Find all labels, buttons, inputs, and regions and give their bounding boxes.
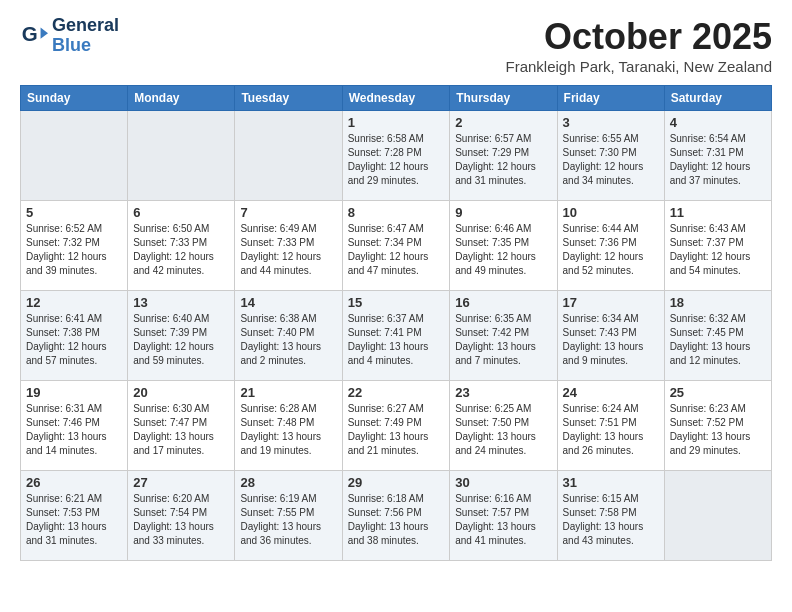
day-number: 25 — [670, 385, 766, 400]
day-info: Sunrise: 6:31 AM Sunset: 7:46 PM Dayligh… — [26, 402, 122, 458]
calendar-week-row: 5Sunrise: 6:52 AM Sunset: 7:32 PM Daylig… — [21, 201, 772, 291]
day-number: 2 — [455, 115, 551, 130]
day-info: Sunrise: 6:38 AM Sunset: 7:40 PM Dayligh… — [240, 312, 336, 368]
day-number: 29 — [348, 475, 445, 490]
day-number: 11 — [670, 205, 766, 220]
weekday-header-row: SundayMondayTuesdayWednesdayThursdayFrid… — [21, 86, 772, 111]
calendar-day-cell: 10Sunrise: 6:44 AM Sunset: 7:36 PM Dayli… — [557, 201, 664, 291]
day-info: Sunrise: 6:32 AM Sunset: 7:45 PM Dayligh… — [670, 312, 766, 368]
day-number: 28 — [240, 475, 336, 490]
calendar-day-cell — [664, 471, 771, 561]
day-number: 24 — [563, 385, 659, 400]
calendar-week-row: 26Sunrise: 6:21 AM Sunset: 7:53 PM Dayli… — [21, 471, 772, 561]
page-header: G General Blue October 2025 Frankleigh P… — [20, 16, 772, 75]
calendar-day-cell: 19Sunrise: 6:31 AM Sunset: 7:46 PM Dayli… — [21, 381, 128, 471]
calendar-table: SundayMondayTuesdayWednesdayThursdayFrid… — [20, 85, 772, 561]
calendar-day-cell: 25Sunrise: 6:23 AM Sunset: 7:52 PM Dayli… — [664, 381, 771, 471]
calendar-day-cell: 7Sunrise: 6:49 AM Sunset: 7:33 PM Daylig… — [235, 201, 342, 291]
day-info: Sunrise: 6:19 AM Sunset: 7:55 PM Dayligh… — [240, 492, 336, 548]
day-info: Sunrise: 6:47 AM Sunset: 7:34 PM Dayligh… — [348, 222, 445, 278]
weekday-header-sunday: Sunday — [21, 86, 128, 111]
calendar-week-row: 12Sunrise: 6:41 AM Sunset: 7:38 PM Dayli… — [21, 291, 772, 381]
calendar-day-cell: 30Sunrise: 6:16 AM Sunset: 7:57 PM Dayli… — [450, 471, 557, 561]
day-number: 27 — [133, 475, 229, 490]
calendar-day-cell: 18Sunrise: 6:32 AM Sunset: 7:45 PM Dayli… — [664, 291, 771, 381]
day-number: 15 — [348, 295, 445, 310]
calendar-day-cell: 8Sunrise: 6:47 AM Sunset: 7:34 PM Daylig… — [342, 201, 450, 291]
weekday-header-wednesday: Wednesday — [342, 86, 450, 111]
day-info: Sunrise: 6:16 AM Sunset: 7:57 PM Dayligh… — [455, 492, 551, 548]
day-info: Sunrise: 6:40 AM Sunset: 7:39 PM Dayligh… — [133, 312, 229, 368]
calendar-day-cell: 26Sunrise: 6:21 AM Sunset: 7:53 PM Dayli… — [21, 471, 128, 561]
calendar-day-cell: 27Sunrise: 6:20 AM Sunset: 7:54 PM Dayli… — [128, 471, 235, 561]
day-info: Sunrise: 6:35 AM Sunset: 7:42 PM Dayligh… — [455, 312, 551, 368]
day-info: Sunrise: 6:50 AM Sunset: 7:33 PM Dayligh… — [133, 222, 229, 278]
calendar-day-cell: 23Sunrise: 6:25 AM Sunset: 7:50 PM Dayli… — [450, 381, 557, 471]
day-info: Sunrise: 6:57 AM Sunset: 7:29 PM Dayligh… — [455, 132, 551, 188]
day-number: 18 — [670, 295, 766, 310]
day-info: Sunrise: 6:43 AM Sunset: 7:37 PM Dayligh… — [670, 222, 766, 278]
day-number: 7 — [240, 205, 336, 220]
day-number: 26 — [26, 475, 122, 490]
calendar-day-cell: 31Sunrise: 6:15 AM Sunset: 7:58 PM Dayli… — [557, 471, 664, 561]
calendar-day-cell — [128, 111, 235, 201]
calendar-day-cell: 13Sunrise: 6:40 AM Sunset: 7:39 PM Dayli… — [128, 291, 235, 381]
day-info: Sunrise: 6:28 AM Sunset: 7:48 PM Dayligh… — [240, 402, 336, 458]
month-title: October 2025 — [505, 16, 772, 58]
day-number: 16 — [455, 295, 551, 310]
weekday-header-monday: Monday — [128, 86, 235, 111]
day-number: 19 — [26, 385, 122, 400]
calendar-day-cell: 11Sunrise: 6:43 AM Sunset: 7:37 PM Dayli… — [664, 201, 771, 291]
day-number: 13 — [133, 295, 229, 310]
svg-marker-1 — [41, 27, 48, 38]
day-info: Sunrise: 6:54 AM Sunset: 7:31 PM Dayligh… — [670, 132, 766, 188]
day-info: Sunrise: 6:58 AM Sunset: 7:28 PM Dayligh… — [348, 132, 445, 188]
day-info: Sunrise: 6:23 AM Sunset: 7:52 PM Dayligh… — [670, 402, 766, 458]
calendar-day-cell: 15Sunrise: 6:37 AM Sunset: 7:41 PM Dayli… — [342, 291, 450, 381]
svg-text:G: G — [22, 22, 38, 45]
day-info: Sunrise: 6:34 AM Sunset: 7:43 PM Dayligh… — [563, 312, 659, 368]
day-number: 3 — [563, 115, 659, 130]
day-number: 10 — [563, 205, 659, 220]
day-number: 8 — [348, 205, 445, 220]
calendar-day-cell: 4Sunrise: 6:54 AM Sunset: 7:31 PM Daylig… — [664, 111, 771, 201]
day-number: 1 — [348, 115, 445, 130]
day-number: 14 — [240, 295, 336, 310]
calendar-week-row: 1Sunrise: 6:58 AM Sunset: 7:28 PM Daylig… — [21, 111, 772, 201]
calendar-day-cell: 1Sunrise: 6:58 AM Sunset: 7:28 PM Daylig… — [342, 111, 450, 201]
day-info: Sunrise: 6:46 AM Sunset: 7:35 PM Dayligh… — [455, 222, 551, 278]
calendar-day-cell: 5Sunrise: 6:52 AM Sunset: 7:32 PM Daylig… — [21, 201, 128, 291]
day-info: Sunrise: 6:44 AM Sunset: 7:36 PM Dayligh… — [563, 222, 659, 278]
day-number: 4 — [670, 115, 766, 130]
logo-text: General Blue — [52, 16, 119, 56]
weekday-header-thursday: Thursday — [450, 86, 557, 111]
day-number: 12 — [26, 295, 122, 310]
calendar-day-cell: 2Sunrise: 6:57 AM Sunset: 7:29 PM Daylig… — [450, 111, 557, 201]
calendar-day-cell: 14Sunrise: 6:38 AM Sunset: 7:40 PM Dayli… — [235, 291, 342, 381]
calendar-day-cell — [235, 111, 342, 201]
location: Frankleigh Park, Taranaki, New Zealand — [505, 58, 772, 75]
day-info: Sunrise: 6:37 AM Sunset: 7:41 PM Dayligh… — [348, 312, 445, 368]
day-info: Sunrise: 6:49 AM Sunset: 7:33 PM Dayligh… — [240, 222, 336, 278]
day-info: Sunrise: 6:25 AM Sunset: 7:50 PM Dayligh… — [455, 402, 551, 458]
weekday-header-friday: Friday — [557, 86, 664, 111]
day-info: Sunrise: 6:18 AM Sunset: 7:56 PM Dayligh… — [348, 492, 445, 548]
day-number: 6 — [133, 205, 229, 220]
calendar-day-cell: 3Sunrise: 6:55 AM Sunset: 7:30 PM Daylig… — [557, 111, 664, 201]
day-number: 21 — [240, 385, 336, 400]
day-info: Sunrise: 6:21 AM Sunset: 7:53 PM Dayligh… — [26, 492, 122, 548]
calendar-day-cell: 24Sunrise: 6:24 AM Sunset: 7:51 PM Dayli… — [557, 381, 664, 471]
day-info: Sunrise: 6:41 AM Sunset: 7:38 PM Dayligh… — [26, 312, 122, 368]
calendar-day-cell: 16Sunrise: 6:35 AM Sunset: 7:42 PM Dayli… — [450, 291, 557, 381]
calendar-day-cell: 20Sunrise: 6:30 AM Sunset: 7:47 PM Dayli… — [128, 381, 235, 471]
calendar-day-cell: 9Sunrise: 6:46 AM Sunset: 7:35 PM Daylig… — [450, 201, 557, 291]
calendar-day-cell: 22Sunrise: 6:27 AM Sunset: 7:49 PM Dayli… — [342, 381, 450, 471]
weekday-header-tuesday: Tuesday — [235, 86, 342, 111]
day-number: 22 — [348, 385, 445, 400]
day-info: Sunrise: 6:24 AM Sunset: 7:51 PM Dayligh… — [563, 402, 659, 458]
day-info: Sunrise: 6:30 AM Sunset: 7:47 PM Dayligh… — [133, 402, 229, 458]
day-number: 30 — [455, 475, 551, 490]
day-number: 31 — [563, 475, 659, 490]
day-info: Sunrise: 6:55 AM Sunset: 7:30 PM Dayligh… — [563, 132, 659, 188]
calendar-day-cell: 28Sunrise: 6:19 AM Sunset: 7:55 PM Dayli… — [235, 471, 342, 561]
